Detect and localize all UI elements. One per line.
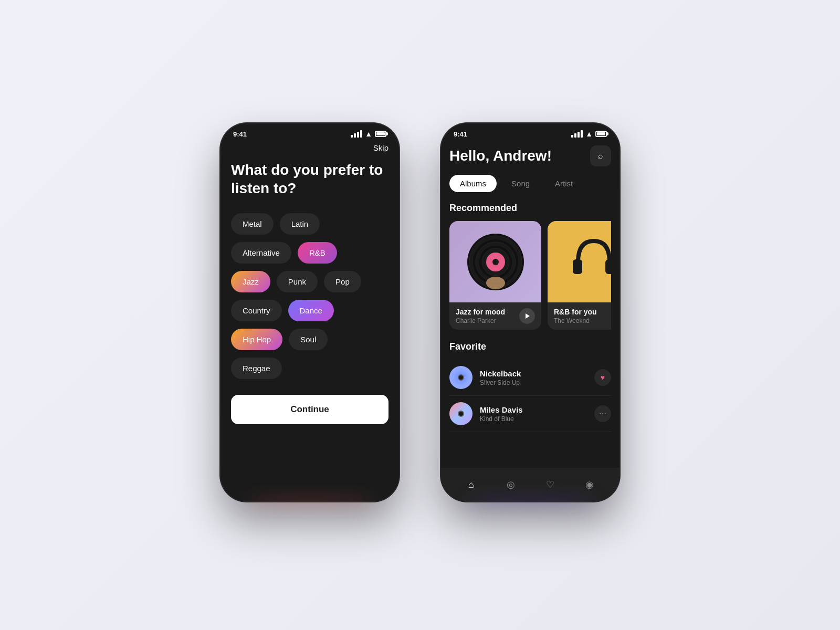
genre-row-0: Metal Latin [231,213,388,235]
signal-icon [351,130,362,138]
fav-disc-nickelback [449,366,472,389]
greeting-row: Hello, Andrew! ⌕ [449,141,611,175]
genre-chip-dance[interactable]: Dance [288,300,334,321]
albums-row: Jazz for mood Charlie Parker [449,221,611,330]
genre-chip-rnb[interactable]: R&B [298,242,337,264]
genre-row-1: Alternative R&B [231,242,388,264]
svg-point-7 [492,259,499,265]
status-icons-left: ▲ [351,130,386,138]
album-text-rnb: R&B for you The Weeknd [554,308,611,324]
tabs-row: Albums Song Artist [449,175,611,192]
heart-icon: ♡ [546,479,554,490]
album-info-rnb: R&B for you The Weeknd [548,302,611,330]
genre-chip-punk[interactable]: Punk [277,271,318,292]
genre-chip-latin[interactable]: Latin [280,213,320,235]
album-name-jazz: Jazz for mood [456,308,519,316]
album-artwork-rnb [548,221,611,302]
headphone-svg [570,230,612,293]
fav-subtitle-nickelback: Silver Side Up [480,379,587,386]
album-card-rnb[interactable]: R&B for you The Weeknd [548,221,611,330]
album-info-jazz: Jazz for mood Charlie Parker [449,302,541,330]
status-bar-right: 9:41 ▲ [441,123,620,141]
genre-row-3: Country Dance [231,300,388,321]
album-name-rnb: R&B for you [554,308,611,316]
genre-chip-hiphop[interactable]: Hip Hop [231,329,282,350]
genre-chip-country[interactable]: Country [231,300,282,321]
album-artwork-jazz [449,221,541,302]
recommended-title: Recommended [449,203,611,214]
greeting-text: Hello, Andrew! [449,148,552,164]
genre-chip-metal[interactable]: Metal [231,213,274,235]
skip-button[interactable]: Skip [231,141,388,161]
question-title: What do you prefer to listen to? [231,161,388,197]
play-button-jazz[interactable] [519,308,535,324]
home-screen-phone: 9:41 ▲ Hello, Andrew! ⌕ Album [441,123,620,501]
nav-favorites[interactable]: ♡ [541,475,560,494]
tab-albums[interactable]: Albums [449,175,497,192]
album-artist-rnb: The Weeknd [554,317,611,324]
status-bar-left: 9:41 ▲ [220,123,399,141]
signal-icon-right [571,130,583,138]
genre-chip-soul[interactable]: Soul [289,329,328,350]
search-icon: ⌕ [598,151,603,161]
fav-text-milesdavis: Miles Davis Kind of Blue [480,405,587,423]
play-icon [526,313,530,319]
home-icon: ⌂ [468,479,474,490]
nav-profile[interactable]: ◉ [580,475,599,494]
genre-chip-alternative[interactable]: Alternative [231,242,291,264]
svg-rect-9 [573,259,582,274]
profile-icon: ◉ [585,479,594,490]
tab-song[interactable]: Song [501,175,540,192]
vinyl-svg [467,233,524,291]
nav-home[interactable]: ⌂ [462,475,481,494]
disc-center-2 [458,411,464,417]
wifi-icon: ▲ [365,130,372,138]
genre-row-4: Hip Hop Soul [231,329,388,350]
favorite-title: Favorite [449,341,611,352]
status-icons-right: ▲ [571,130,607,138]
tab-artist[interactable]: Artist [544,175,583,192]
genre-selection-phone: 9:41 ▲ Skip What do you prefer to listen… [220,123,399,501]
svg-point-8 [486,277,505,289]
right-phone-shadow [465,496,596,507]
nav-discover[interactable]: ◎ [501,475,520,494]
genre-grid: Metal Latin Alternative R&B Jazz Punk Po… [231,213,388,379]
album-card-jazz[interactable]: Jazz for mood Charlie Parker [449,221,541,330]
favorite-item-milesdavis[interactable]: Miles Davis Kind of Blue ⋯ [449,396,611,432]
more-button-milesdavis[interactable]: ⋯ [594,405,611,422]
album-artist-jazz: Charlie Parker [456,317,519,324]
time-right: 9:41 [454,130,467,138]
left-phone-shadow [244,496,375,507]
battery-icon [375,131,386,137]
fav-name-nickelback: Nickelback [480,369,587,378]
heart-button-nickelback[interactable]: ♥ [594,369,611,386]
fav-text-nickelback: Nickelback Silver Side Up [480,369,587,386]
svg-rect-10 [605,259,612,274]
genre-chip-pop[interactable]: Pop [324,271,361,292]
genre-chip-jazz[interactable]: Jazz [231,271,270,292]
time-left: 9:41 [233,130,247,138]
genre-row-2: Jazz Punk Pop [231,271,388,292]
fav-disc-milesdavis [449,402,472,425]
fav-name-milesdavis: Miles Davis [480,405,587,414]
search-button[interactable]: ⌕ [590,145,611,166]
fav-subtitle-milesdavis: Kind of Blue [480,415,587,423]
continue-button[interactable]: Continue [231,395,388,424]
genre-chip-reggae[interactable]: Reggae [231,358,282,379]
disc-center [458,374,464,381]
genre-row-5: Reggae [231,358,388,379]
favorite-item-nickelback[interactable]: Nickelback Silver Side Up ♥ [449,360,611,396]
battery-icon-right [595,131,607,137]
wifi-icon-right: ▲ [585,130,593,138]
discover-icon: ◎ [507,479,515,490]
album-text-jazz: Jazz for mood Charlie Parker [456,308,519,324]
